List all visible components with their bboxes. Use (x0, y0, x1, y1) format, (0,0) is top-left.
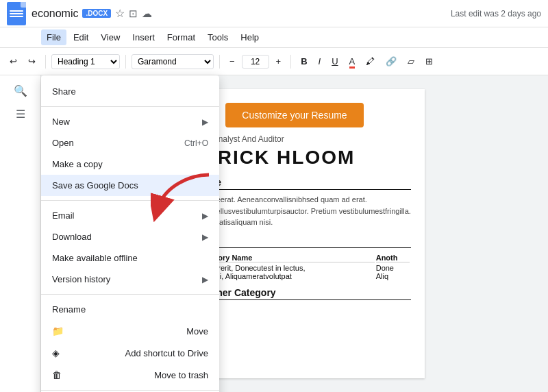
highlight-button[interactable]: 🖍 (362, 53, 379, 69)
toolbar-divider-1 (45, 55, 46, 69)
make-copy-label: Make a copy (52, 159, 103, 169)
folder-icon[interactable]: ⊡ (129, 8, 138, 20)
separator-1 (41, 106, 219, 107)
cloud-icon[interactable]: ☁ (142, 8, 152, 20)
sidebar-search-icon[interactable]: 🔍 (12, 82, 29, 99)
toolbar-divider-4 (290, 55, 291, 69)
font-size-input[interactable] (242, 55, 269, 69)
color-a-indicator: A (349, 56, 356, 69)
menu-edit[interactable]: Edit (68, 29, 94, 45)
menu-item-make-copy[interactable]: Make a copy (41, 154, 219, 175)
title-bar: economic .DOCX ☆ ⊡ ☁ Last edit was 2 day… (0, 0, 548, 27)
font-size-decrease[interactable]: − (225, 53, 239, 69)
share-label: Share (52, 86, 76, 97)
menu-item-share[interactable]: Share (41, 81, 219, 102)
menu-item-new[interactable]: New ▶ (41, 111, 219, 132)
redo-button[interactable]: ↪ (24, 53, 40, 69)
resume-cta-button[interactable]: Customize your Resume (225, 103, 363, 127)
menu-insert[interactable]: Insert (127, 29, 160, 45)
doc-icon (7, 2, 26, 25)
font-color-button[interactable]: A (345, 53, 360, 69)
email-label: Email (52, 210, 75, 221)
skills-col-2: Anoth (376, 254, 410, 262)
add-shortcut-label: Add shortcut to Drive (125, 348, 208, 358)
main-area: 🔍 ☰ Share New ▶ Open Ctrl+O Make a copy … (0, 75, 548, 392)
drive-icon: ◈ (52, 347, 60, 358)
menu-item-download[interactable]: Download ▶ (41, 226, 219, 247)
version-history-arrow-icon: ▶ (202, 275, 208, 284)
skill-cell-2: DoneAliq (376, 264, 410, 280)
save-as-label: Save as Google Docs (52, 180, 138, 191)
offline-label: Make available offline (52, 253, 138, 263)
move-trash-label: Move to trash (154, 370, 208, 380)
menu-tools[interactable]: Tools (202, 29, 234, 45)
last-edit-text: Last edit was 2 days ago (451, 9, 541, 19)
menu-item-rename[interactable]: Rename (41, 299, 219, 320)
comment-button[interactable]: ▱ (403, 53, 419, 69)
doc-title: economic (32, 8, 78, 20)
menu-file[interactable]: File (41, 29, 66, 45)
version-history-label: Version history (52, 274, 110, 284)
menu-item-move-trash[interactable]: 🗑 Move to trash (41, 364, 219, 386)
image-button[interactable]: ⊞ (421, 53, 437, 69)
move-label: Move (186, 326, 208, 336)
font-select[interactable]: Garamond (132, 54, 214, 69)
toolbar-divider-3 (219, 55, 220, 69)
download-arrow-icon: ▶ (202, 232, 208, 242)
left-sidebar: 🔍 ☰ (0, 75, 41, 392)
link-button[interactable]: 🔗 (382, 53, 401, 69)
undo-button[interactable]: ↩ (5, 53, 21, 69)
trash-icon: 🗑 (52, 369, 62, 380)
font-size-increase[interactable]: + (272, 53, 286, 69)
menu-help[interactable]: Help (235, 29, 264, 45)
new-label: New (52, 117, 70, 127)
heading-select[interactable]: Heading 1 (51, 54, 120, 69)
open-shortcut: Ctrl+O (184, 138, 208, 148)
sidebar-layers-icon[interactable]: ☰ (12, 106, 29, 122)
docx-badge: .DOCX (82, 9, 111, 18)
open-label: Open (52, 138, 74, 148)
menu-item-email[interactable]: Email ▶ (41, 205, 219, 226)
italic-button[interactable]: I (314, 53, 325, 69)
menu-item-version-history[interactable]: Version history ▶ (41, 269, 219, 290)
menu-item-add-shortcut[interactable]: ◈ Add shortcut to Drive (41, 342, 219, 364)
separator-2 (41, 200, 219, 201)
bold-button[interactable]: B (297, 53, 311, 69)
email-arrow-icon: ▶ (202, 211, 208, 221)
title-info: economic .DOCX ☆ ⊡ ☁ (32, 7, 451, 20)
separator-4 (41, 390, 219, 391)
menu-bar: File Edit View Insert Format Tools Help (0, 27, 548, 48)
menu-format[interactable]: Format (162, 29, 201, 45)
menu-item-save-as[interactable]: Save as Google Docs (41, 175, 219, 196)
file-dropdown-menu: Share New ▶ Open Ctrl+O Make a copy Save… (41, 75, 219, 392)
toolbar-divider-2 (125, 55, 126, 69)
download-label: Download (52, 232, 92, 242)
new-arrow-icon: ▶ (202, 117, 208, 127)
menu-item-open[interactable]: Open Ctrl+O (41, 132, 219, 154)
underline-button[interactable]: U (327, 53, 342, 69)
star-icon[interactable]: ☆ (115, 7, 125, 20)
toolbar: ↩ ↪ Heading 1 Garamond − + B I U A 🖍 🔗 ▱… (0, 48, 548, 75)
menu-view[interactable]: View (95, 29, 125, 45)
move-folder-icon: 📁 (52, 326, 64, 336)
separator-3 (41, 294, 219, 295)
menu-item-offline[interactable]: Make available offline (41, 247, 219, 269)
menu-item-move[interactable]: 📁 Move (41, 320, 219, 342)
rename-label: Rename (52, 304, 86, 315)
